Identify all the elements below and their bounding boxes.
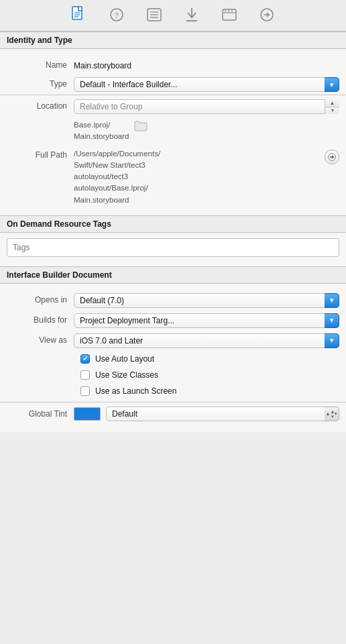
builds-for-row: Builds for Project Deployment Targ...iOS… — [0, 311, 346, 331]
identity-form-area: Name Main.storyboard Type Default - Inte… — [0, 49, 346, 215]
type-label: Type — [7, 77, 74, 90]
location-row: Location ▲ ▾ — [0, 95, 346, 117]
view-as-label: View as — [7, 333, 74, 346]
name-row: Name Main.storyboard — [0, 56, 346, 74]
ruler-icon[interactable] — [220, 5, 239, 24]
download-icon[interactable] — [182, 5, 201, 24]
full-path-content: /Users/apple/Documents/Swift/New Start/t… — [74, 148, 339, 206]
auto-layout-checkbox[interactable] — [80, 354, 90, 364]
size-classes-row: Use Size Classes — [0, 367, 346, 383]
launch-screen-label: Use as Launch Screen — [95, 386, 176, 396]
size-classes-label: Use Size Classes — [95, 370, 158, 380]
location-stepper-arrows: ▲ ▾ — [325, 99, 339, 114]
location-stepper-up[interactable]: ▲ — [325, 99, 339, 107]
svg-rect-12 — [223, 9, 236, 20]
relative-path-content: Base.lproj/Main.storyboard — [74, 119, 339, 143]
help-icon[interactable]: ? — [107, 5, 126, 24]
full-path-label: Full Path — [7, 148, 74, 161]
list-icon[interactable] — [145, 5, 164, 24]
location-stepper-wrapper: ▲ ▾ — [74, 99, 339, 114]
relative-path-row: Base.lproj/Main.storyboard — [0, 117, 346, 146]
auto-layout-label: Use Auto Layout — [95, 354, 154, 364]
view-as-row: View as iOS 7.0 and LateriOS 8.0 and Lat… — [0, 331, 346, 351]
location-input[interactable] — [74, 99, 339, 114]
full-path-row: Full Path /Users/apple/Documents/Swift/N… — [0, 146, 346, 209]
global-tint-label: Global Tint — [7, 409, 74, 419]
opens-in-select-wrapper: Default (7.0)7.08.09.0 — [74, 293, 339, 308]
builds-for-label: Builds for — [7, 313, 74, 326]
svg-text:?: ? — [115, 10, 119, 20]
folder-icon-button[interactable] — [134, 121, 148, 131]
name-value: Main.storyboard — [74, 58, 339, 72]
global-tint-select-wrapper: DefaultCustom... ▲ ▾ — [106, 407, 339, 421]
builds-for-select[interactable]: Project Deployment Targ...iOS 7.0iOS 8.0… — [74, 313, 339, 328]
arrow-right-icon[interactable] — [257, 5, 276, 24]
relative-path-label — [7, 119, 74, 121]
size-classes-checkbox[interactable] — [80, 370, 90, 380]
opens-in-row: Opens in Default (7.0)7.08.09.0 — [0, 290, 346, 311]
interface-builder-section-header: Interface Builder Document — [0, 266, 346, 284]
full-path-arrow-button[interactable] — [325, 150, 339, 164]
launch-screen-checkbox[interactable] — [80, 386, 90, 396]
interface-builder-form-area: Opens in Default (7.0)7.08.09.0 Builds f… — [0, 284, 346, 432]
view-as-select[interactable]: iOS 7.0 and LateriOS 8.0 and LateriOS 9.… — [74, 333, 339, 348]
full-path-value: /Users/apple/Documents/Swift/New Start/t… — [74, 148, 322, 206]
toolbar: ? — [0, 0, 346, 32]
relative-path-value: Base.lproj/Main.storyboard — [74, 119, 129, 143]
opens-in-select[interactable]: Default (7.0)7.08.09.0 — [74, 293, 339, 308]
tags-input[interactable] — [7, 238, 339, 257]
identity-section-header: Identity and Type — [0, 32, 346, 49]
builds-for-select-wrapper: Project Deployment Targ...iOS 7.0iOS 8.0… — [74, 313, 339, 328]
type-select[interactable]: Default - Interface Builder...Interface … — [74, 77, 339, 92]
launch-screen-row: Use as Launch Screen — [0, 383, 346, 399]
type-select-wrapper: Default - Interface Builder...Interface … — [74, 77, 339, 92]
global-tint-row: Global Tint DefaultCustom... ▲ ▾ — [0, 402, 346, 425]
location-stepper-down[interactable]: ▾ — [325, 107, 339, 115]
global-tint-select[interactable]: DefaultCustom... — [106, 407, 339, 421]
on-demand-section-header: On Demand Resource Tags — [0, 215, 346, 233]
auto-layout-row: Use Auto Layout — [0, 351, 346, 367]
location-label: Location — [7, 99, 74, 112]
name-label: Name — [7, 58, 74, 71]
file-icon[interactable] — [70, 5, 89, 24]
view-as-select-wrapper: iOS 7.0 and LateriOS 8.0 and LateriOS 9.… — [74, 333, 339, 348]
type-row: Type Default - Interface Builder...Inter… — [0, 74, 346, 95]
opens-in-label: Opens in — [7, 293, 74, 306]
global-tint-color-swatch[interactable] — [74, 407, 101, 421]
